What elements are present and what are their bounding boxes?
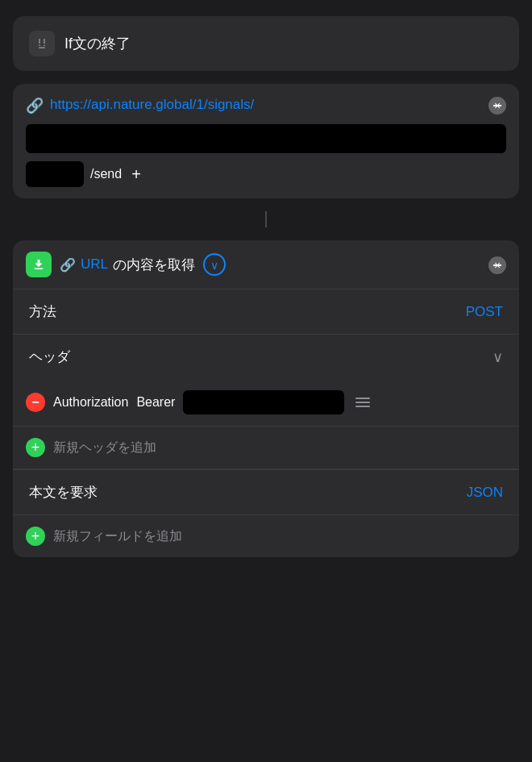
add-header-label: 新規ヘッダを追加 [53, 439, 156, 456]
url-card: 🔗 https://api.nature.global/1/signals/ ×… [13, 84, 519, 198]
if-icon-svg [35, 36, 49, 51]
body-value: JSON [467, 485, 503, 501]
plus-icon: + [31, 529, 40, 543]
add-header-button[interactable]: + [26, 438, 45, 457]
url-bottom-row: /send + [26, 161, 506, 187]
headers-row[interactable]: ヘッダ ∨ [13, 335, 519, 379]
authorization-row: − Authorization Bearer [13, 379, 519, 427]
method-label: 方法 [29, 302, 56, 321]
send-black-block [26, 161, 84, 187]
fetch-title: 🔗 URL の内容を取得 [60, 256, 195, 274]
url-top-row: 🔗 https://api.nature.global/1/signals/ × [26, 95, 506, 115]
if-end-title: If文の終了 [64, 34, 131, 53]
add-field-button[interactable]: + [26, 527, 45, 546]
body-label: 本文を要求 [29, 483, 98, 502]
headers-label: ヘッダ [29, 348, 70, 366]
fetch-card: 🔗 URL の内容を取得 ∨ × 方法 POST ヘッダ ∨ [13, 240, 519, 557]
fetch-header-left: 🔗 URL の内容を取得 ∨ [26, 252, 226, 277]
fetch-close-x-icon: × [488, 256, 506, 274]
fetch-url-label: URL [81, 256, 108, 273]
if-end-icon [29, 31, 55, 56]
if-end-card: If文の終了 [13, 16, 519, 71]
fetch-card-header: 🔗 URL の内容を取得 ∨ × [13, 240, 519, 289]
fetch-green-icon [26, 252, 52, 277]
send-text: /send [90, 167, 122, 181]
chevron-down-icon: ∨ [210, 260, 218, 271]
url-add-button[interactable]: + [128, 165, 144, 184]
headers-section: ヘッダ ∨ − Authorization Bearer + 新規ヘッダを追加 [13, 335, 519, 469]
connector-line [265, 211, 267, 227]
link-icon: 🔗 [26, 97, 44, 115]
body-row[interactable]: 本文を要求 JSON [13, 470, 519, 515]
add-header-row[interactable]: + 新規ヘッダを追加 [13, 427, 519, 468]
drag-handle-icon[interactable] [352, 394, 373, 410]
add-field-row[interactable]: + 新規フィールドを追加 [13, 515, 519, 557]
url-text[interactable]: https://api.nature.global/1/signals/ [50, 95, 254, 115]
url-close-button[interactable]: × [488, 97, 506, 115]
fetch-title-suffix: の内容を取得 [113, 256, 195, 274]
plus-icon: + [31, 440, 40, 455]
headers-chevron-icon: ∨ [493, 348, 503, 366]
fetch-header-right: × [488, 255, 506, 274]
method-row[interactable]: 方法 POST [13, 289, 519, 335]
url-content: 🔗 https://api.nature.global/1/signals/ [26, 95, 482, 115]
download-icon-svg [31, 257, 46, 272]
fetch-link-icon: 🔗 [60, 257, 76, 273]
minus-icon: − [31, 396, 39, 409]
authorization-key-label: Authorization [53, 395, 128, 410]
add-field-label: 新規フィールドを追加 [53, 528, 182, 545]
method-value: POST [466, 304, 503, 320]
fetch-chevron-button[interactable]: ∨ [203, 253, 226, 276]
url-black-bar [26, 124, 506, 153]
fetch-close-button[interactable]: × [488, 256, 506, 274]
body-section: 本文を要求 JSON + 新規フィールドを追加 [13, 469, 519, 557]
auth-token-value[interactable] [183, 390, 344, 414]
bearer-prefix-label: Bearer [136, 395, 175, 410]
close-x-icon: × [488, 97, 506, 115]
remove-auth-button[interactable]: − [26, 393, 45, 412]
if-end-content: If文の終了 [13, 16, 519, 71]
